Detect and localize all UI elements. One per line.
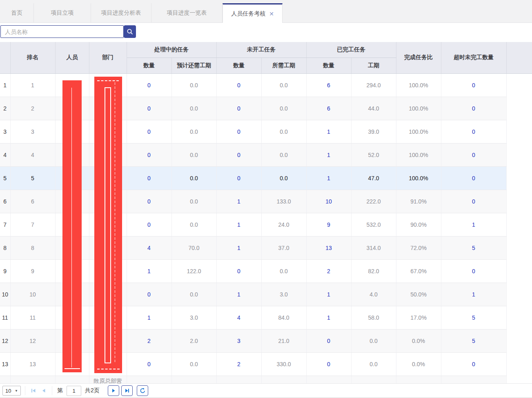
in-progress-count-cell[interactable]: 0 xyxy=(127,190,171,213)
overdue-count-cell[interactable]: 0 xyxy=(441,97,506,120)
in-progress-count-cell[interactable]: 0 xyxy=(127,97,171,120)
not-started-count-cell[interactable]: 4 xyxy=(216,306,261,329)
header-filler xyxy=(506,42,532,73)
not-started-count-cell[interactable]: 0 xyxy=(216,166,261,190)
page-size-select[interactable]: 10 ▼ xyxy=(2,386,21,396)
search-button[interactable] xyxy=(124,25,136,38)
completed-count-cell[interactable]: 9 xyxy=(306,213,351,236)
rank-cell: 6 xyxy=(10,190,55,213)
completion-ratio-cell xyxy=(396,376,441,383)
header-not-started-count: 数量 xyxy=(216,57,261,73)
rank-cell: 7 xyxy=(10,213,55,236)
first-page-button[interactable] xyxy=(29,387,38,395)
completed-count-cell[interactable]: 1 xyxy=(306,306,351,329)
completed-count-cell[interactable]: 1 xyxy=(306,166,351,190)
not-started-count-cell[interactable]: 0 xyxy=(216,97,261,120)
tab-progress-overview[interactable]: 项目进度一览表 xyxy=(151,3,223,23)
rank-cell: 1 xyxy=(10,73,55,97)
completion-ratio-cell: 100.0% xyxy=(396,143,441,166)
in-progress-count-cell[interactable]: 2 xyxy=(127,329,171,352)
in-progress-count-cell[interactable]: 0 xyxy=(127,283,171,306)
not-started-count-cell[interactable]: 2 xyxy=(216,352,261,376)
prev-page-button[interactable] xyxy=(40,387,48,395)
completed-count-cell[interactable] xyxy=(306,376,351,383)
table-row-partial[interactable]: 散原总部营 xyxy=(0,376,532,383)
in-progress-count-cell[interactable] xyxy=(127,376,171,383)
completed-duration-cell xyxy=(351,376,396,383)
completed-count-cell[interactable]: 1 xyxy=(306,120,351,143)
in-progress-count-cell[interactable]: 0 xyxy=(127,213,171,236)
completed-count-cell[interactable]: 6 xyxy=(306,73,351,97)
completed-count-cell[interactable]: 10 xyxy=(306,190,351,213)
overdue-count-cell[interactable]: 0 xyxy=(441,120,506,143)
header-required-duration: 所需工期 xyxy=(261,57,306,73)
in-progress-count-cell[interactable]: 4 xyxy=(127,236,171,259)
overdue-count-cell[interactable]: 1 xyxy=(441,283,506,306)
completion-ratio-cell: 0.0% xyxy=(396,352,441,376)
search-input[interactable] xyxy=(0,25,124,38)
completion-ratio-cell: 100.0% xyxy=(396,120,441,143)
completed-duration-cell: 0.0 xyxy=(351,329,396,352)
overdue-count-cell[interactable]: 0 xyxy=(441,73,506,97)
refresh-icon xyxy=(139,387,146,394)
not-started-count-cell[interactable]: 0 xyxy=(216,120,261,143)
completed-count-cell[interactable]: 2 xyxy=(306,259,351,283)
overdue-count-cell[interactable]: 0 xyxy=(441,352,506,376)
completed-count-cell[interactable]: 1 xyxy=(306,143,351,166)
not-started-count-cell[interactable]: 1 xyxy=(216,283,261,306)
not-started-count-cell[interactable] xyxy=(216,376,261,383)
overdue-count-cell[interactable]: 0 xyxy=(441,143,506,166)
tab-label: 项目进度分析表 xyxy=(101,9,141,17)
page-number-input[interactable] xyxy=(67,386,81,396)
completed-count-cell[interactable]: 1 xyxy=(306,283,351,306)
overdue-count-cell[interactable]: 0 xyxy=(441,166,506,190)
header-rank: 排名 xyxy=(10,42,55,73)
next-page-button[interactable] xyxy=(108,385,119,396)
required-duration-cell: 330.0 xyxy=(261,352,306,376)
in-progress-count-cell[interactable]: 0 xyxy=(127,166,171,190)
completed-count-cell[interactable]: 6 xyxy=(306,97,351,120)
row-filler-cell xyxy=(506,166,532,190)
overdue-count-cell[interactable]: 5 xyxy=(441,236,506,259)
overdue-count-cell[interactable]: 1 xyxy=(441,213,506,236)
row-number-cell: 1 xyxy=(0,73,10,97)
in-progress-count-cell[interactable]: 0 xyxy=(127,143,171,166)
not-started-count-cell[interactable]: 1 xyxy=(216,213,261,236)
completion-ratio-cell: 0.0% xyxy=(396,329,441,352)
overdue-count-cell[interactable]: 5 xyxy=(441,329,506,352)
overdue-count-cell[interactable]: 0 xyxy=(441,190,506,213)
in-progress-count-cell[interactable]: 1 xyxy=(127,259,171,283)
completed-count-cell[interactable]: 0 xyxy=(306,352,351,376)
in-progress-count-cell[interactable]: 0 xyxy=(127,352,171,376)
tab-personnel-assessment[interactable]: 人员任务考核 ✕ xyxy=(223,3,283,23)
in-progress-count-cell[interactable]: 0 xyxy=(127,120,171,143)
in-progress-count-cell[interactable]: 0 xyxy=(127,73,171,97)
row-number-cell: 8 xyxy=(0,236,10,259)
required-duration-cell: 0.0 xyxy=(261,73,306,97)
overdue-count-cell[interactable]: 5 xyxy=(441,306,506,329)
last-page-button[interactable] xyxy=(121,385,133,396)
not-started-count-cell[interactable]: 1 xyxy=(216,190,261,213)
row-number-cell: 3 xyxy=(0,120,10,143)
required-duration-cell: 3.0 xyxy=(261,283,306,306)
overdue-count-cell[interactable] xyxy=(441,376,506,383)
not-started-count-cell[interactable]: 1 xyxy=(216,236,261,259)
completed-count-cell[interactable]: 13 xyxy=(306,236,351,259)
completed-count-cell[interactable]: 0 xyxy=(306,329,351,352)
not-started-count-cell[interactable]: 0 xyxy=(216,73,261,97)
overdue-count-cell[interactable]: 0 xyxy=(441,259,506,283)
tab-home[interactable]: 首页 xyxy=(0,3,34,23)
tab-progress-analysis[interactable]: 项目进度分析表 xyxy=(91,3,151,23)
tab-project-initiation[interactable]: 项目立项 xyxy=(34,3,91,23)
row-filler-cell xyxy=(506,306,532,329)
row-filler-cell xyxy=(506,73,532,97)
prev-page-icon xyxy=(40,387,47,394)
refresh-button[interactable] xyxy=(137,385,148,396)
not-started-count-cell[interactable]: 0 xyxy=(216,143,261,166)
est-remaining-duration-cell: 2.0 xyxy=(171,329,216,352)
close-tab-icon[interactable]: ✕ xyxy=(269,11,274,17)
tab-label: 项目进度一览表 xyxy=(167,9,207,17)
in-progress-count-cell[interactable]: 1 xyxy=(127,306,171,329)
not-started-count-cell[interactable]: 3 xyxy=(216,329,261,352)
not-started-count-cell[interactable]: 0 xyxy=(216,259,261,283)
